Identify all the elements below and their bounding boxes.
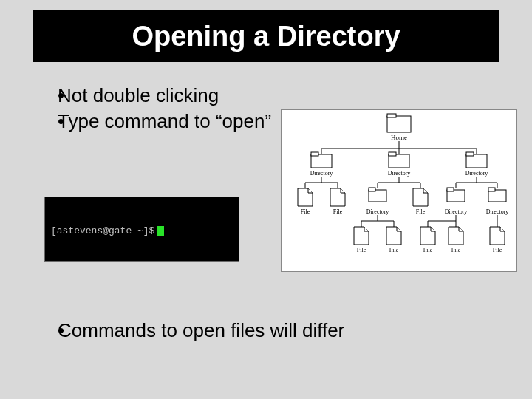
- file-icon: [386, 227, 401, 245]
- svg-rect-7: [311, 154, 332, 168]
- terminal-prompt: [astevens@gate ~]$: [51, 225, 154, 236]
- tree-label: File: [493, 247, 502, 253]
- svg-rect-11: [466, 154, 487, 168]
- folder-icon: [447, 188, 465, 202]
- svg-rect-28: [447, 188, 454, 191]
- tree-label: File: [423, 247, 433, 253]
- tree-label: Directory: [388, 170, 411, 177]
- tree-label: File: [333, 208, 343, 215]
- file-icon: [330, 188, 345, 206]
- svg-rect-30: [488, 188, 495, 191]
- tree-label: File: [301, 208, 310, 215]
- bullet-list-bottom: Commands to open files will differ: [30, 318, 344, 344]
- bullet-item: Commands to open files will differ: [52, 318, 344, 344]
- folder-icon: [369, 188, 386, 202]
- svg-rect-9: [389, 154, 409, 168]
- tree-label: File: [389, 247, 399, 253]
- tree-label: Directory: [445, 208, 468, 215]
- bullet-item: Type command to “open”: [52, 109, 271, 134]
- tree-label: Directory: [366, 208, 389, 215]
- file-icon: [449, 227, 463, 245]
- tree-label: File: [357, 247, 366, 253]
- svg-rect-8: [311, 152, 318, 156]
- svg-rect-26: [369, 188, 375, 191]
- terminal-prompt-line: [astevens@gate ~]$: [51, 225, 164, 236]
- folder-icon: [387, 114, 411, 132]
- tree-label: File: [416, 208, 426, 215]
- tree-label: Directory: [466, 170, 488, 177]
- folder-icon: [311, 152, 332, 168]
- file-icon: [490, 227, 505, 245]
- tree-label: Directory: [486, 208, 509, 215]
- svg-rect-0: [387, 116, 411, 132]
- svg-rect-1: [387, 114, 396, 117]
- slide-title: Opening a Directory: [132, 21, 400, 52]
- file-icon: [413, 188, 428, 206]
- terminal-cursor-icon: [157, 226, 164, 236]
- tree-label: Directory: [310, 170, 333, 177]
- folder-icon: [488, 188, 506, 202]
- title-banner: Opening a Directory: [33, 10, 499, 62]
- bullet-item: Not double clicking: [52, 83, 271, 109]
- terminal-window: [astevens@gate ~]$: [44, 197, 239, 262]
- folder-icon: [389, 152, 409, 168]
- tree-root-label: Home: [391, 134, 407, 141]
- bullet-list-top: Not double clicking Type command to “ope…: [30, 83, 271, 134]
- directory-tree-figure: Home Directory Directory Directory: [281, 109, 517, 272]
- slide: Opening a Directory Not double clicking …: [0, 0, 532, 399]
- file-icon: [420, 227, 435, 245]
- svg-rect-12: [466, 152, 474, 156]
- tree-label: File: [451, 247, 461, 253]
- file-icon: [298, 188, 313, 206]
- folder-icon: [466, 152, 487, 168]
- svg-rect-10: [389, 152, 396, 156]
- file-icon: [354, 227, 369, 245]
- tree-svg: Home Directory Directory Directory: [282, 110, 516, 271]
